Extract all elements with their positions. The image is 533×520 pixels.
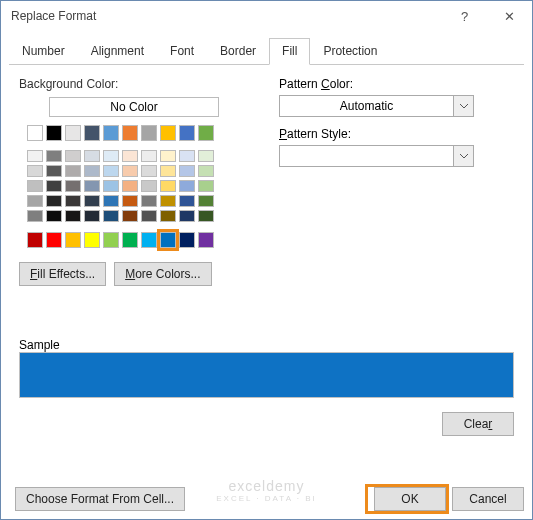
color-swatch[interactable] (84, 180, 100, 192)
color-swatch[interactable] (141, 180, 157, 192)
color-swatch[interactable] (141, 125, 157, 141)
color-swatch[interactable] (46, 125, 62, 141)
color-swatch[interactable] (84, 150, 100, 162)
color-swatch[interactable] (198, 150, 214, 162)
color-swatch[interactable] (160, 150, 176, 162)
color-swatch[interactable] (27, 125, 43, 141)
color-swatch[interactable] (179, 195, 195, 207)
color-swatch[interactable] (65, 232, 81, 248)
color-swatch[interactable] (46, 180, 62, 192)
color-swatch[interactable] (122, 210, 138, 222)
color-swatch[interactable] (198, 232, 214, 248)
sample-section: Sample (19, 338, 514, 398)
color-swatch[interactable] (84, 165, 100, 177)
color-swatch[interactable] (46, 210, 62, 222)
color-swatch[interactable] (27, 180, 43, 192)
color-swatch[interactable] (103, 195, 119, 207)
color-swatch[interactable] (141, 232, 157, 248)
color-swatch[interactable] (179, 210, 195, 222)
tab-fill[interactable]: Fill (269, 38, 310, 65)
color-swatch[interactable] (27, 195, 43, 207)
color-swatch[interactable] (27, 165, 43, 177)
color-swatch[interactable] (65, 195, 81, 207)
tab-protection[interactable]: Protection (310, 38, 390, 65)
help-button[interactable]: ? (442, 1, 487, 31)
color-swatch[interactable] (103, 210, 119, 222)
choose-format-from-cell-button[interactable]: Choose Format From Cell... (15, 487, 185, 511)
color-swatch[interactable] (141, 210, 157, 222)
color-swatch[interactable] (179, 180, 195, 192)
close-button[interactable]: ✕ (487, 1, 532, 31)
standard-color-row (27, 232, 249, 248)
color-swatch[interactable] (141, 165, 157, 177)
pattern-style-select[interactable] (279, 145, 474, 167)
color-swatch[interactable] (103, 125, 119, 141)
ok-button[interactable]: OK (374, 487, 446, 511)
color-swatch[interactable] (122, 125, 138, 141)
pattern-style-label: Pattern Style: (279, 127, 514, 141)
background-color-section: Background Color: No Color Fill Effects.… (19, 77, 249, 286)
titlebar: Replace Format ? ✕ (1, 1, 532, 31)
color-swatch[interactable] (179, 165, 195, 177)
sample-label: Sample (19, 338, 60, 352)
color-swatch[interactable] (46, 232, 62, 248)
color-swatch[interactable] (65, 180, 81, 192)
color-swatch[interactable] (179, 150, 195, 162)
color-swatch[interactable] (65, 125, 81, 141)
color-swatch[interactable] (65, 165, 81, 177)
color-swatch[interactable] (46, 195, 62, 207)
color-swatch[interactable] (84, 210, 100, 222)
color-swatch[interactable] (84, 195, 100, 207)
sample-preview (19, 352, 514, 398)
color-swatch[interactable] (46, 150, 62, 162)
color-swatch[interactable] (160, 210, 176, 222)
color-swatch[interactable] (84, 125, 100, 141)
chevron-down-icon (453, 146, 473, 166)
color-swatch[interactable] (198, 195, 214, 207)
tab-font[interactable]: Font (157, 38, 207, 65)
color-swatch[interactable] (27, 150, 43, 162)
color-swatch[interactable] (198, 210, 214, 222)
color-swatch[interactable] (122, 232, 138, 248)
color-swatch[interactable] (27, 232, 43, 248)
tab-border[interactable]: Border (207, 38, 269, 65)
color-swatch[interactable] (46, 165, 62, 177)
color-swatch[interactable] (103, 180, 119, 192)
color-swatch[interactable] (160, 232, 176, 248)
color-swatch[interactable] (84, 232, 100, 248)
tab-number[interactable]: Number (9, 38, 78, 65)
color-swatch[interactable] (65, 210, 81, 222)
color-swatch[interactable] (160, 180, 176, 192)
color-swatch[interactable] (103, 150, 119, 162)
color-swatch[interactable] (198, 165, 214, 177)
fill-effects-button[interactable]: Fill Effects... (19, 262, 106, 286)
pattern-color-label: Pattern Color: (279, 77, 514, 91)
color-swatch[interactable] (179, 125, 195, 141)
color-swatch[interactable] (27, 210, 43, 222)
clear-button[interactable]: Clear (442, 412, 514, 436)
color-swatch[interactable] (179, 232, 195, 248)
color-swatch[interactable] (160, 195, 176, 207)
bg-color-label: Background Color: (19, 77, 249, 91)
color-swatch[interactable] (141, 150, 157, 162)
chevron-down-icon (453, 96, 473, 116)
color-swatch[interactable] (198, 125, 214, 141)
more-colors-button[interactable]: More Colors... (114, 262, 211, 286)
color-swatch[interactable] (122, 165, 138, 177)
theme-color-grid (19, 125, 249, 222)
color-swatch[interactable] (122, 150, 138, 162)
cancel-button[interactable]: Cancel (452, 487, 524, 511)
pattern-section: Pattern Color: Automatic Pattern Style: (279, 77, 514, 286)
color-swatch[interactable] (160, 165, 176, 177)
color-swatch[interactable] (160, 125, 176, 141)
color-swatch[interactable] (122, 180, 138, 192)
color-swatch[interactable] (103, 232, 119, 248)
color-swatch[interactable] (65, 150, 81, 162)
tab-alignment[interactable]: Alignment (78, 38, 157, 65)
color-swatch[interactable] (198, 180, 214, 192)
pattern-color-select[interactable]: Automatic (279, 95, 474, 117)
color-swatch[interactable] (141, 195, 157, 207)
no-color-button[interactable]: No Color (49, 97, 219, 117)
color-swatch[interactable] (103, 165, 119, 177)
color-swatch[interactable] (122, 195, 138, 207)
